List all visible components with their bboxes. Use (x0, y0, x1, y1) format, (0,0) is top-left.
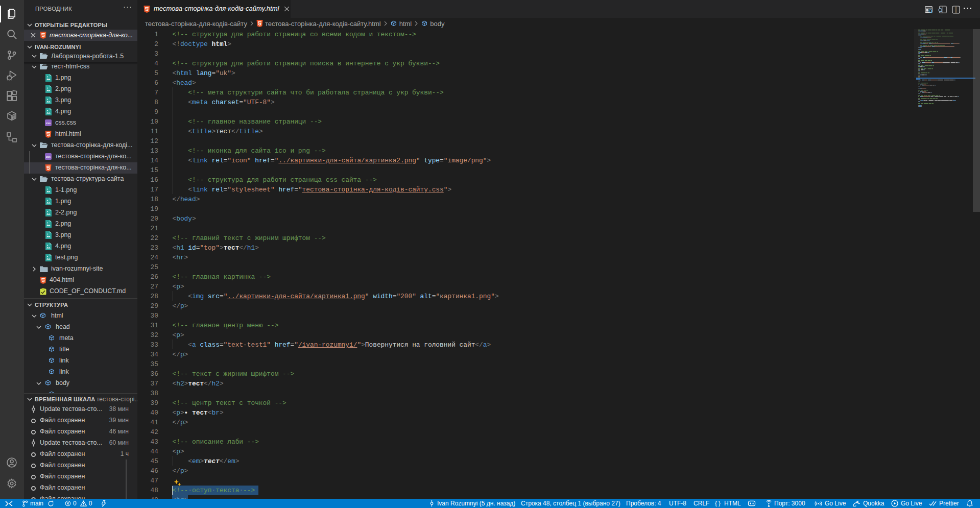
svg-text:css: css (46, 122, 51, 125)
svg-text:css: css (46, 155, 51, 158)
